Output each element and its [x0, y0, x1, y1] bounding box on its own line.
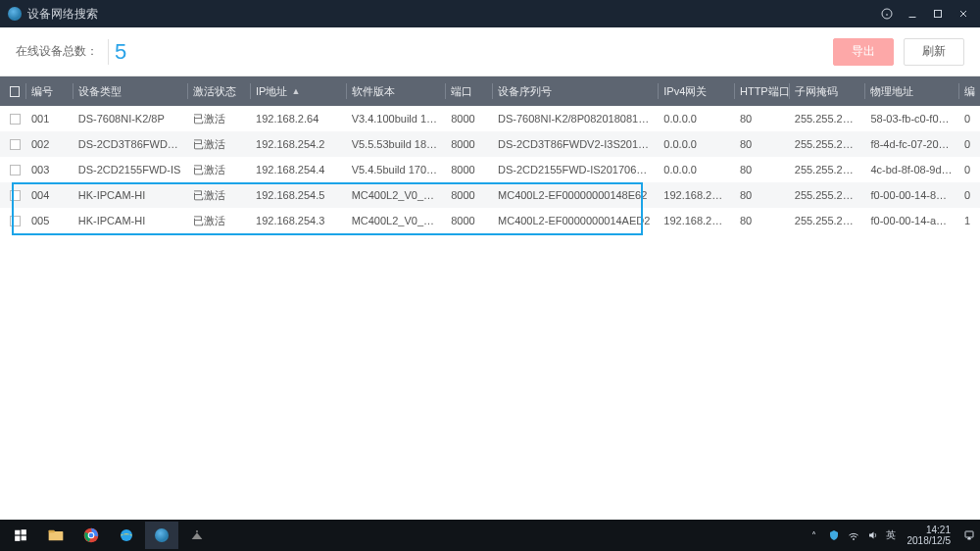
cell-ip: 192.168.2.64 [250, 113, 346, 125]
row-checkbox[interactable] [10, 114, 21, 125]
info-icon[interactable] [878, 5, 896, 23]
row-checkbox[interactable] [10, 190, 21, 201]
cell-status: 已激活 [187, 137, 250, 152]
cell-version: V5.5.53build 180622 [346, 138, 446, 150]
table-row[interactable]: 004HK-IPCAM-HI已激活192.168.254.5MC400L2_V0… [0, 182, 980, 208]
chrome-icon[interactable] [74, 522, 108, 549]
minimize-icon[interactable] [904, 5, 921, 23]
cell-mac: 58-03-fb-c0-f0-a8 [864, 113, 958, 125]
maximize-icon[interactable] [929, 5, 947, 23]
volume-icon[interactable] [866, 528, 880, 542]
cell-mac: f8-4d-fc-07-20-66 [864, 138, 958, 150]
cell-mask: 255.255.255.0 [789, 215, 865, 226]
network-icon[interactable] [847, 528, 860, 542]
svg-rect-12 [49, 530, 55, 533]
titlebar: 设备网络搜索 [0, 0, 980, 27]
col-ip[interactable]: IP地址▲ [250, 76, 346, 106]
cell-last: 1 [958, 215, 980, 226]
table-row[interactable]: 003DS-2CD2155FWD-IS已激活192.168.254.4V5.4.… [0, 157, 980, 182]
cell-type: DS-2CD3T86FWDV2-I3S [73, 138, 188, 150]
col-status[interactable]: 激活状态 [187, 76, 250, 106]
cell-http: 80 [734, 138, 789, 150]
cell-serial: DS-2CD2155FWD-IS20170622AAWR... [492, 164, 658, 175]
export-button[interactable]: 导出 [833, 38, 894, 66]
app-window: 设备网络搜索 在线设备总数： 5 导出 刷新 编号 设备类型 激活状态 IP地址… [0, 0, 980, 520]
cell-ip: 192.168.254.4 [250, 164, 346, 175]
clock-date: 2018/12/5 [907, 535, 952, 546]
clock-time: 14:21 [907, 525, 952, 535]
svg-rect-4 [935, 11, 942, 18]
select-all-checkbox[interactable] [10, 86, 20, 97]
other-app-icon[interactable] [180, 522, 214, 549]
cell-last: 0 [958, 189, 980, 201]
col-port[interactable]: 端口 [445, 76, 492, 106]
cell-gateway: 0.0.0.0 [658, 164, 734, 175]
cell-ip: 192.168.254.3 [250, 215, 346, 226]
table-body: 001DS-7608NI-K2/8P已激活192.168.2.64V3.4.10… [0, 106, 980, 233]
svg-rect-19 [965, 531, 973, 537]
cell-http: 80 [734, 215, 789, 226]
svg-rect-7 [15, 530, 20, 535]
table-row[interactable]: 005HK-IPCAM-HI已激活192.168.254.3MC400L2_V0… [0, 208, 980, 233]
cell-mask: 255.255.255.0 [789, 138, 865, 150]
col-version[interactable]: 软件版本 [346, 76, 446, 106]
cell-port: 8000 [445, 164, 492, 175]
col-id[interactable]: 编号 [25, 76, 73, 106]
row-checkbox[interactable] [10, 216, 21, 226]
online-count-label: 在线设备总数： [16, 43, 98, 60]
cell-status: 已激活 [187, 163, 250, 177]
ie-icon[interactable] [110, 522, 143, 549]
window-title: 设备网络搜索 [27, 6, 98, 23]
cell-mac: f0-00-00-14-8e-62 [864, 189, 958, 201]
table-row[interactable]: 001DS-7608NI-K2/8P已激活192.168.2.64V3.4.10… [0, 106, 980, 131]
col-mac[interactable]: 物理地址 [864, 76, 958, 106]
cell-port: 8000 [445, 189, 492, 201]
file-explorer-icon[interactable] [39, 522, 73, 549]
cell-http: 80 [734, 164, 789, 175]
cell-mask: 255.255.255.0 [789, 189, 865, 201]
svg-point-17 [196, 530, 198, 532]
table-header: 编号 设备类型 激活状态 IP地址▲ 软件版本 端口 设备序列号 IPv4网关 … [0, 76, 980, 106]
row-checkbox[interactable] [10, 165, 21, 175]
svg-point-16 [121, 529, 132, 541]
svg-rect-11 [49, 531, 64, 540]
summary-bar: 在线设备总数： 5 导出 刷新 [0, 27, 980, 76]
cell-ip: 192.168.254.5 [250, 189, 346, 201]
row-checkbox[interactable] [10, 139, 21, 150]
notifications-icon[interactable] [962, 528, 976, 542]
current-app-icon[interactable] [145, 522, 178, 549]
col-type[interactable]: 设备类型 [73, 76, 188, 106]
col-mask[interactable]: 子网掩码 [789, 76, 865, 106]
close-icon[interactable] [955, 5, 972, 23]
cell-id: 003 [25, 164, 73, 175]
cell-serial: MC400L2-EF00000000148E62 [492, 189, 658, 201]
cell-status: 已激活 [187, 188, 250, 203]
cell-gateway: 192.168.254.1 [658, 189, 734, 201]
start-button[interactable] [4, 522, 37, 549]
table-row[interactable]: 002DS-2CD3T86FWDV2-I3S已激活192.168.254.2V5… [0, 131, 980, 157]
col-serial[interactable]: 设备序列号 [492, 76, 658, 106]
cell-id: 002 [25, 138, 73, 150]
cell-serial: DS-2CD3T86FWDV2-I3S20181119A... [492, 138, 658, 150]
col-last[interactable]: 编 [958, 76, 980, 106]
cell-mask: 255.255.255.0 [789, 113, 865, 125]
cell-type: DS-7608NI-K2/8P [73, 113, 188, 125]
svg-rect-9 [15, 536, 20, 541]
refresh-button[interactable]: 刷新 [904, 38, 964, 66]
clock[interactable]: 14:21 2018/12/5 [902, 525, 957, 546]
cell-serial: DS-7608NI-K2/8P0820180810CCRR... [492, 113, 658, 125]
cell-gateway: 192.168.254.1 [658, 215, 734, 226]
tray-chevron-icon[interactable]: ˄ [808, 528, 821, 542]
cell-port: 8000 [445, 138, 492, 150]
col-gateway[interactable]: IPv4网关 [658, 76, 734, 106]
ime-indicator[interactable]: 英 [886, 528, 896, 542]
cell-port: 8000 [445, 215, 492, 226]
cell-type: HK-IPCAM-HI [73, 215, 188, 226]
col-http[interactable]: HTTP端口 [734, 76, 789, 106]
cell-http: 80 [734, 113, 789, 125]
cell-type: HK-IPCAM-HI [73, 189, 188, 201]
security-icon[interactable] [827, 528, 841, 542]
cell-gateway: 0.0.0.0 [658, 138, 734, 150]
svg-rect-8 [22, 529, 26, 534]
cell-version: V3.4.100build 1806... [346, 113, 446, 125]
